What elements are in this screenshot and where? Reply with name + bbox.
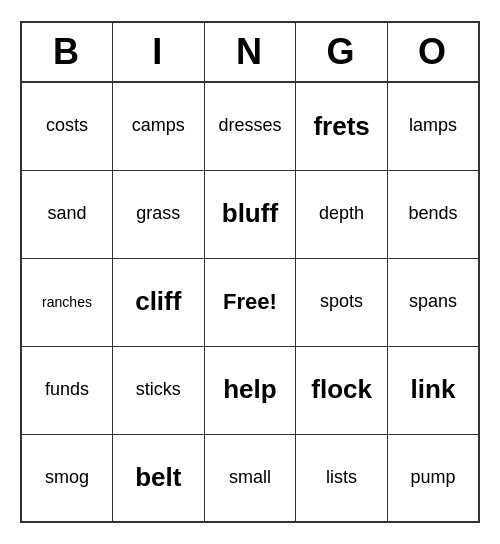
bingo-cell-4-4: pump [387, 434, 479, 522]
cell-text-2-4: spans [409, 291, 457, 311]
bingo-cell-1-1: grass [113, 170, 205, 258]
bingo-row-3: fundsstickshelpflocklink [21, 346, 479, 434]
cell-text-4-4: pump [410, 467, 455, 487]
bingo-cell-2-2: Free! [204, 258, 296, 346]
cell-text-3-0: funds [45, 379, 89, 399]
header-letter-i: I [113, 22, 205, 82]
bingo-header: BINGO [21, 22, 479, 82]
cell-text-4-0: smog [45, 467, 89, 487]
cell-text-2-0: ranches [42, 294, 92, 310]
cell-text-1-0: sand [47, 203, 86, 223]
cell-text-1-2: bluff [222, 198, 278, 228]
cell-text-0-1: camps [132, 115, 185, 135]
bingo-cell-3-1: sticks [113, 346, 205, 434]
bingo-cell-0-0: costs [21, 82, 113, 170]
bingo-row-0: costscampsdressesfretslamps [21, 82, 479, 170]
bingo-cell-0-1: camps [113, 82, 205, 170]
bingo-cell-4-2: small [204, 434, 296, 522]
cell-text-0-4: lamps [409, 115, 457, 135]
bingo-cell-4-0: smog [21, 434, 113, 522]
bingo-cell-1-4: bends [387, 170, 479, 258]
bingo-cell-4-3: lists [296, 434, 388, 522]
bingo-row-1: sandgrassbluffdepthbends [21, 170, 479, 258]
header-letter-b: B [21, 22, 113, 82]
cell-text-0-3: frets [313, 111, 369, 141]
cell-text-1-3: depth [319, 203, 364, 223]
bingo-cell-0-4: lamps [387, 82, 479, 170]
bingo-cell-4-1: belt [113, 434, 205, 522]
cell-text-2-1: cliff [135, 286, 181, 316]
header-letter-n: N [204, 22, 296, 82]
cell-text-2-3: spots [320, 291, 363, 311]
bingo-body: costscampsdressesfretslampssandgrassbluf… [21, 82, 479, 522]
bingo-row-4: smogbeltsmalllistspump [21, 434, 479, 522]
cell-text-0-0: costs [46, 115, 88, 135]
bingo-cell-3-0: funds [21, 346, 113, 434]
header-letter-g: G [296, 22, 388, 82]
bingo-cell-3-3: flock [296, 346, 388, 434]
cell-text-1-1: grass [136, 203, 180, 223]
bingo-cell-2-0: ranches [21, 258, 113, 346]
bingo-card: BINGO costscampsdressesfretslampssandgra… [20, 21, 480, 523]
bingo-cell-1-0: sand [21, 170, 113, 258]
cell-text-4-3: lists [326, 467, 357, 487]
bingo-cell-2-1: cliff [113, 258, 205, 346]
bingo-cell-3-4: link [387, 346, 479, 434]
bingo-row-2: ranchescliffFree!spotsspans [21, 258, 479, 346]
bingo-cell-0-3: frets [296, 82, 388, 170]
bingo-cell-2-4: spans [387, 258, 479, 346]
cell-text-3-1: sticks [136, 379, 181, 399]
cell-text-1-4: bends [408, 203, 457, 223]
cell-text-3-3: flock [311, 374, 372, 404]
cell-text-3-2: help [223, 374, 276, 404]
cell-text-0-2: dresses [218, 115, 281, 135]
bingo-cell-2-3: spots [296, 258, 388, 346]
bingo-cell-1-2: bluff [204, 170, 296, 258]
cell-text-2-2: Free! [223, 289, 277, 314]
bingo-cell-3-2: help [204, 346, 296, 434]
cell-text-4-2: small [229, 467, 271, 487]
bingo-cell-0-2: dresses [204, 82, 296, 170]
header-letter-o: O [387, 22, 479, 82]
bingo-cell-1-3: depth [296, 170, 388, 258]
cell-text-4-1: belt [135, 462, 181, 492]
cell-text-3-4: link [411, 374, 456, 404]
